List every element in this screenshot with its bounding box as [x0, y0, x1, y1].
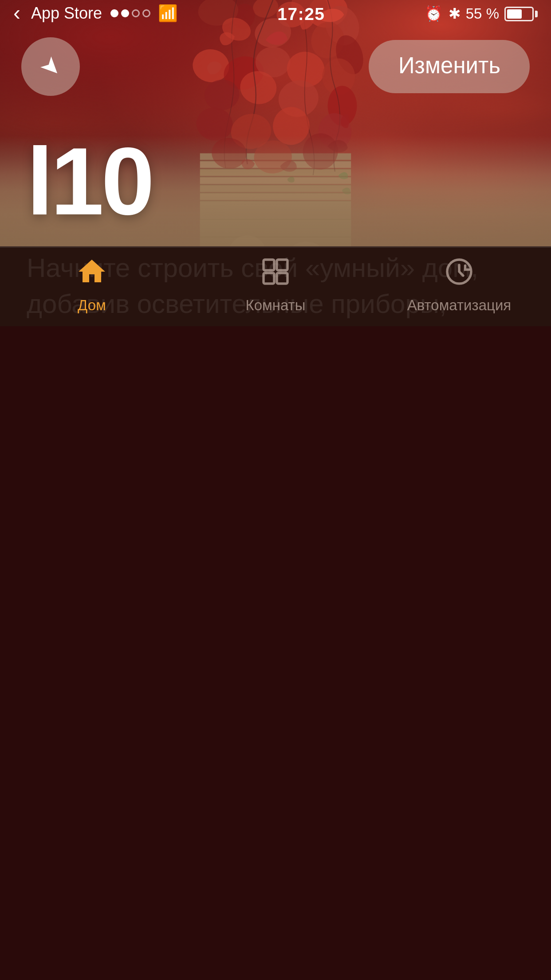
tab-rooms-label: Комнаты — [246, 297, 306, 313]
battery-body — [504, 6, 534, 21]
signal-dots — [110, 9, 150, 17]
main-content: ➤ Изменить l10 Начните строить свой «умн… — [0, 27, 551, 247]
status-left: ‹ App Store 📶 — [13, 1, 178, 25]
edit-button[interactable]: Изменить — [369, 40, 530, 93]
tab-home[interactable]: Дом — [0, 248, 184, 327]
battery-percent: 55 % — [466, 5, 499, 21]
tab-home-label: Дом — [78, 297, 106, 313]
status-bar: ‹ App Store 📶 17:25 ⏰ ✱ 55 % — [0, 0, 551, 27]
battery-tip — [535, 10, 538, 17]
automation-tab-icon — [443, 256, 475, 293]
tab-automation[interactable]: Автоматизация — [367, 248, 551, 327]
dot-2 — [121, 9, 129, 17]
top-bar: ➤ Изменить — [0, 27, 551, 107]
back-arrow-icon: ‹ — [13, 1, 20, 25]
battery-fill — [507, 9, 522, 18]
tab-automation-label: Автоматизация — [407, 297, 511, 313]
alarm-icon: ⏰ — [425, 5, 443, 22]
location-icon: ➤ — [33, 49, 68, 84]
home-tab-icon — [76, 256, 108, 293]
svg-rect-49 — [277, 273, 287, 284]
home-number: l10 — [27, 133, 524, 229]
rooms-tab-icon — [260, 256, 291, 293]
battery-icon — [504, 6, 538, 21]
svg-rect-48 — [264, 273, 274, 284]
status-time: 17:25 — [277, 4, 325, 24]
dot-4 — [142, 9, 150, 17]
tab-bar: Дом Комнаты Автоматизация — [0, 247, 551, 327]
svg-rect-46 — [264, 260, 274, 271]
home-title-area: l10 — [0, 107, 551, 229]
tab-rooms[interactable]: Комнаты — [184, 248, 367, 327]
bluetooth-icon: ✱ — [449, 5, 460, 22]
status-right: ⏰ ✱ 55 % — [425, 5, 538, 22]
svg-rect-47 — [277, 260, 287, 271]
location-button[interactable]: ➤ — [21, 37, 80, 96]
dot-3 — [131, 9, 139, 17]
back-label: App Store — [31, 4, 102, 23]
dot-1 — [110, 9, 118, 17]
wifi-icon: 📶 — [158, 4, 178, 23]
